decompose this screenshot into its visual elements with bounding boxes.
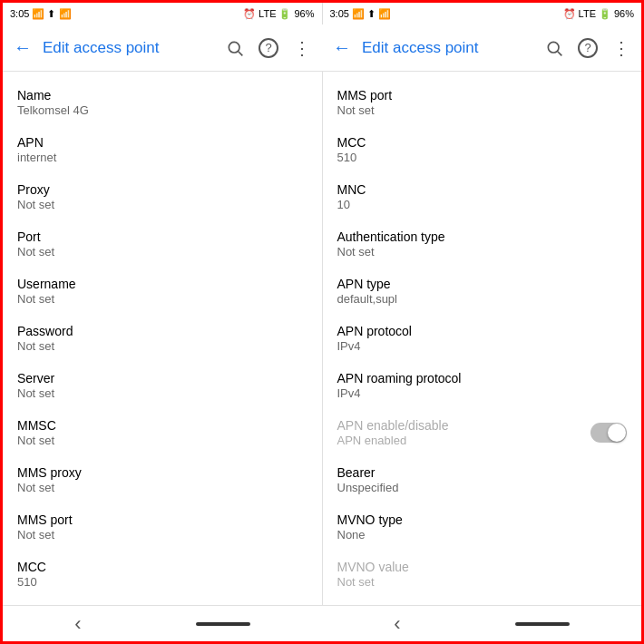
status-left-info-right: 3:05 📶 ⬆ 📶 [330, 8, 392, 20]
search-button-left[interactable] [222, 35, 248, 61]
nav-bar-left: ‹ [3, 606, 322, 641]
left-label-10: MCC [17, 560, 307, 574]
left-panel-item-10[interactable]: MCC 510 [3, 551, 322, 598]
right-value-4: default,supl [337, 292, 628, 306]
svg-point-0 [229, 42, 239, 53]
app-bar-icons-left: ? ⋮ [222, 35, 315, 61]
right-panel-item-10[interactable]: MVNO value Not set [323, 551, 642, 598]
right-label-1: MCC [337, 135, 628, 150]
left-label-2: Proxy [17, 182, 307, 197]
help-button-left[interactable]: ? [259, 38, 278, 58]
back-button-left[interactable]: ← [10, 35, 35, 61]
left-label-0: Name [17, 88, 307, 102]
right-value-6: IPv4 [337, 386, 628, 400]
right-label-3: Authentication type [337, 229, 628, 244]
right-panel-item-6[interactable]: APN roaming protocol IPv4 [323, 362, 642, 409]
left-panel-item-7[interactable]: MMSC Not set [3, 409, 322, 456]
apn-enable-toggle[interactable] [590, 423, 627, 443]
app-bar-right: ← Edit access point ? ⋮ [322, 24, 641, 71]
toggle-text: APN enable/disable APN enabled [337, 418, 591, 447]
right-label-0: MMS port [337, 88, 628, 102]
battery-pct-left: 96% [294, 8, 314, 19]
left-label-4: Username [17, 277, 307, 291]
network-left: LTE [259, 8, 276, 19]
left-panel: Name Telkomsel 4GAPN internetProxy Not s… [3, 72, 323, 605]
left-panel-item-5[interactable]: Password Not set [3, 315, 322, 362]
left-value-9: Not set [17, 528, 307, 542]
left-panel-item-0[interactable]: Name Telkomsel 4G [3, 79, 322, 126]
right-label-5: APN protocol [337, 324, 628, 338]
left-value-10: 510 [17, 575, 307, 589]
app-bar: ← Edit access point ? ⋮ ← Edit access po… [3, 24, 641, 72]
battery-pct-right: 96% [614, 8, 634, 19]
left-label-3: Port [17, 229, 307, 244]
time-left: 3:05 [10, 8, 29, 19]
content-area: Name Telkomsel 4GAPN internetProxy Not s… [3, 72, 641, 605]
page-title-left: Edit access point [43, 39, 215, 57]
right-label-6: APN roaming protocol [337, 371, 628, 385]
status-right-info-right: ⏰ LTE 🔋 96% [563, 8, 634, 20]
left-label-5: Password [17, 324, 307, 338]
svg-line-3 [558, 51, 562, 55]
status-bar-left: 3:05 📶 ⬆ 📶 ⏰ LTE 🔋 96% [3, 3, 322, 24]
left-panel-item-6[interactable]: Server Not set [3, 362, 322, 409]
network-right: LTE [579, 8, 596, 19]
left-panel-item-4[interactable]: Username Not set [3, 268, 322, 315]
back-nav-left[interactable]: ‹ [74, 612, 81, 636]
left-panel-item-3[interactable]: Port Not set [3, 220, 322, 268]
right-panel-item-4[interactable]: APN type default,supl [323, 268, 642, 315]
left-label-8: MMS proxy [17, 465, 307, 480]
left-panel-item-2[interactable]: Proxy Not set [3, 173, 322, 220]
right-label-2: MNC [337, 182, 628, 197]
nav-bar: ‹ ‹ [3, 605, 641, 641]
right-panel-item-1[interactable]: MCC 510 [323, 126, 642, 173]
left-value-5: Not set [17, 339, 307, 353]
right-value-0: Not set [337, 103, 628, 117]
app-bar-left: ← Edit access point ? ⋮ [3, 24, 322, 71]
right-value-8: Unspecified [337, 481, 628, 494]
back-nav-right[interactable]: ‹ [394, 612, 400, 636]
screen-container: 3:05 📶 ⬆ 📶 ⏰ LTE 🔋 96% 3:05 📶 ⬆ 📶 ⏰ LTE … [3, 3, 641, 641]
toggle-label: APN enable/disable [337, 418, 591, 433]
more-button-left[interactable]: ⋮ [289, 35, 315, 61]
right-value-5: IPv4 [337, 339, 628, 353]
alarm-icon-right: ⏰ [563, 8, 576, 20]
toggle-value: APN enabled [337, 434, 591, 447]
nav-pill-right [515, 622, 570, 626]
left-value-8: Not set [17, 481, 307, 494]
left-value-7: Not set [17, 434, 307, 447]
status-bar-right: 3:05 📶 ⬆ 📶 ⏰ LTE 🔋 96% [323, 3, 642, 24]
more-button-right[interactable]: ⋮ [609, 35, 634, 61]
left-panel-item-11[interactable]: MNC [3, 598, 322, 605]
right-panel-item-9[interactable]: MVNO type None [323, 503, 642, 551]
svg-point-2 [548, 42, 559, 53]
right-value-3: Not set [337, 245, 628, 259]
right-value-2: 10 [337, 198, 628, 211]
left-panel-item-1[interactable]: APN internet [3, 126, 322, 173]
right-panel-toggle-item[interactable]: APN enable/disable APN enabled [323, 409, 642, 456]
right-label-8: Bearer [337, 465, 628, 480]
right-panel: MMS port Not setMCC 510MNC 10Authenticat… [323, 72, 642, 605]
signal-icons-left: 📶 ⬆ 📶 [32, 8, 71, 20]
right-value-9: None [337, 528, 628, 542]
help-button-right[interactable]: ? [578, 38, 598, 58]
status-right-info-left: ⏰ LTE 🔋 96% [243, 8, 314, 20]
left-label-7: MMSC [17, 418, 307, 433]
right-value-1: 510 [337, 151, 628, 164]
back-button-right[interactable]: ← [329, 35, 355, 61]
left-panel-item-8[interactable]: MMS proxy Not set [3, 456, 322, 503]
svg-line-1 [239, 51, 243, 55]
right-value-10: Not set [337, 575, 628, 589]
signal-icons-right: 📶 ⬆ 📶 [352, 8, 391, 20]
search-button-right[interactable] [542, 35, 567, 61]
left-value-0: Telkomsel 4G [17, 103, 307, 117]
right-panel-item-2[interactable]: MNC 10 [323, 173, 642, 220]
right-panel-item-0[interactable]: MMS port Not set [323, 79, 642, 126]
right-panel-item-3[interactable]: Authentication type Not set [323, 220, 642, 268]
right-panel-item-5[interactable]: APN protocol IPv4 [323, 315, 642, 362]
left-panel-item-9[interactable]: MMS port Not set [3, 503, 322, 551]
alarm-icon-left: ⏰ [243, 8, 256, 20]
right-panel-item-8[interactable]: Bearer Unspecified [323, 456, 642, 503]
right-label-10: MVNO value [337, 560, 628, 574]
battery-left: 🔋 [278, 8, 291, 20]
